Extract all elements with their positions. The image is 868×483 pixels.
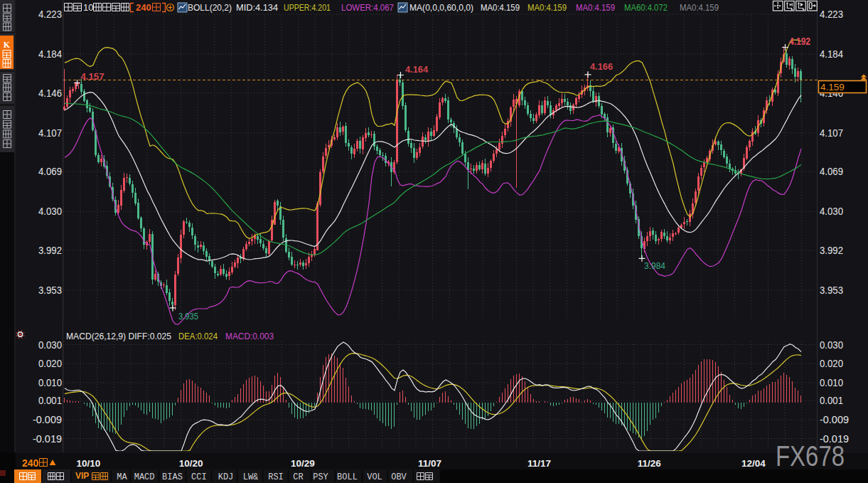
svg-text:11/17: 11/17: [527, 458, 551, 469]
svg-text:0.030: 0.030: [38, 339, 62, 351]
svg-text:KDJ: KDJ: [218, 472, 234, 482]
svg-text:BOLL(20,2): BOLL(20,2): [188, 2, 232, 13]
svg-text:MID:4.134: MID:4.134: [236, 2, 278, 13]
svg-text:10/20: 10/20: [179, 458, 203, 469]
svg-text:K: K: [4, 40, 11, 50]
svg-text:LW&: LW&: [243, 472, 259, 482]
svg-text:3.984: 3.984: [644, 260, 665, 271]
svg-text:12/04: 12/04: [741, 458, 766, 469]
svg-text:4.184: 4.184: [38, 48, 62, 60]
svg-text:MACD:0.003: MACD:0.003: [225, 331, 274, 341]
svg-text:DEA:0.024: DEA:0.024: [178, 331, 218, 341]
svg-text:4.069: 4.069: [820, 166, 843, 177]
svg-text:4.159: 4.159: [820, 82, 845, 92]
svg-text:LOWER:4.067: LOWER:4.067: [341, 2, 394, 13]
svg-text:11/26: 11/26: [638, 458, 662, 469]
svg-text:3.935: 3.935: [178, 311, 198, 322]
svg-text:4.107: 4.107: [820, 127, 843, 139]
svg-text:0.020: 0.020: [38, 358, 62, 369]
svg-text:MACD(26,12,9) DIFF:0.025: MACD(26,12,9) DIFF:0.025: [66, 331, 171, 341]
svg-text:3.992: 3.992: [820, 245, 843, 256]
svg-text:0.001: 0.001: [820, 395, 843, 406]
svg-text:4.030: 4.030: [820, 206, 843, 217]
svg-text:0.001: 0.001: [38, 395, 62, 406]
svg-text:BOLL: BOLL: [337, 472, 358, 482]
svg-text:FX678: FX678: [776, 440, 845, 472]
svg-text:4.166: 4.166: [590, 61, 613, 72]
svg-text:UPPER:4.201: UPPER:4.201: [284, 2, 331, 13]
svg-text:240: 240: [136, 2, 151, 13]
svg-text:MA(0,0,0,60,0,0): MA(0,0,0,60,0,0): [409, 2, 473, 13]
svg-text:MA60:4.072: MA60:4.072: [624, 2, 668, 13]
svg-text:0.020: 0.020: [820, 358, 843, 369]
svg-text:4.192: 4.192: [789, 36, 810, 47]
svg-text:10/29: 10/29: [291, 458, 315, 469]
svg-text:VOL: VOL: [367, 472, 382, 482]
svg-text:MA0:4.159: MA0:4.159: [576, 2, 615, 13]
svg-text:MA0:4.159: MA0:4.159: [481, 2, 520, 13]
svg-text:MA0:4.159: MA0:4.159: [680, 2, 719, 13]
svg-text:240: 240: [22, 457, 39, 469]
svg-text:0.010: 0.010: [38, 377, 62, 388]
svg-text:3.953: 3.953: [820, 285, 843, 296]
svg-text:OBV: OBV: [391, 472, 407, 482]
svg-text:4.030: 4.030: [38, 206, 62, 217]
svg-text:3.953: 3.953: [38, 285, 62, 296]
svg-text:-0.019: -0.019: [33, 433, 62, 445]
svg-text:RSI: RSI: [268, 472, 284, 482]
svg-text:3.992: 3.992: [38, 245, 62, 256]
svg-text:VIP: VIP: [75, 471, 89, 481]
svg-text:CCI: CCI: [191, 472, 207, 482]
svg-text:4.184: 4.184: [820, 48, 843, 60]
svg-text:4.107: 4.107: [38, 127, 62, 139]
svg-text:10/10: 10/10: [77, 458, 101, 469]
svg-text:MA0:4.159: MA0:4.159: [527, 2, 567, 13]
svg-text:4.069: 4.069: [38, 166, 62, 177]
svg-text:4.157: 4.157: [81, 71, 105, 82]
svg-text:4.223: 4.223: [820, 9, 843, 20]
svg-text:4.223: 4.223: [38, 9, 62, 20]
svg-text:BIAS: BIAS: [162, 472, 183, 482]
svg-text:0.030: 0.030: [820, 339, 843, 351]
svg-text:MA: MA: [117, 472, 127, 482]
svg-text:4.146: 4.146: [38, 87, 62, 99]
svg-text:PSY: PSY: [313, 472, 328, 482]
svg-text:4.164: 4.164: [405, 64, 429, 75]
svg-text:10: 10: [83, 2, 93, 13]
svg-text:-0.009: -0.009: [820, 414, 849, 425]
svg-text:MACD: MACD: [134, 472, 155, 482]
svg-text:-0.009: -0.009: [33, 414, 62, 425]
svg-text:11/07: 11/07: [418, 458, 441, 469]
svg-text:0.010: 0.010: [820, 377, 843, 388]
svg-text:CR: CR: [293, 472, 303, 482]
